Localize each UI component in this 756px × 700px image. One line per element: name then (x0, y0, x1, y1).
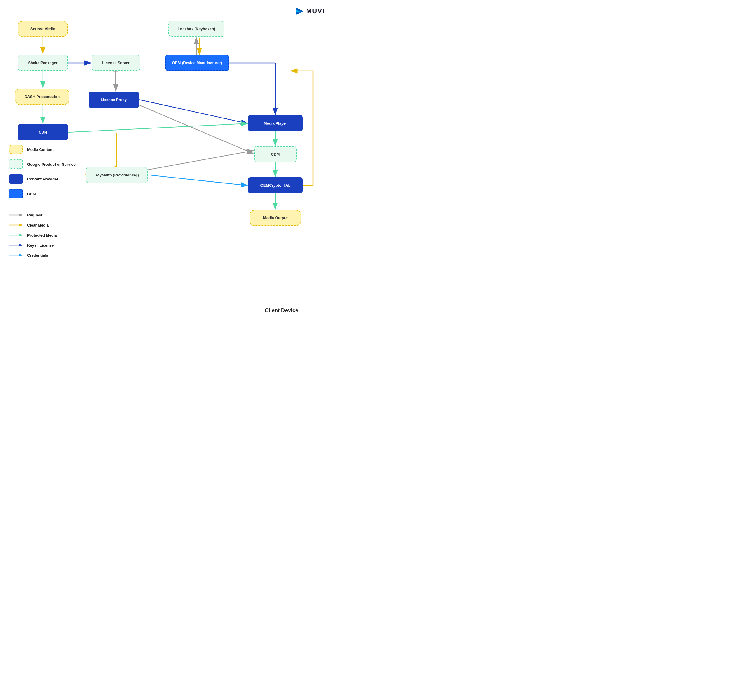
arrow-line-gray (9, 212, 23, 217)
client-device-label: Client Device (265, 308, 298, 314)
svg-marker-36 (19, 234, 23, 236)
arrow-legend-request: Request (9, 212, 92, 217)
svg-line-25 (148, 151, 253, 170)
legend-item-content-provider: Content Provider (9, 174, 92, 184)
svg-marker-40 (19, 254, 23, 256)
legend-label-google-product: Google Product or Service (27, 162, 76, 167)
arrow-label-request: Request (27, 213, 42, 217)
arrow-line-blue (9, 253, 23, 258)
legend-icon-yellow (9, 145, 23, 154)
svg-line-18 (139, 105, 253, 153)
legend-item-google-product: Google Product or Service (9, 159, 92, 169)
keysmith-node: Keysmith (Provisioning) (86, 167, 148, 183)
license-server-node: License Server (92, 55, 140, 71)
legend-item-media-content: Media Content (9, 145, 92, 154)
cdn-node: CDN (18, 124, 68, 140)
legend-icon-oem (9, 189, 23, 198)
legend-label-oem: OEM (27, 192, 36, 196)
logo-text: MUVI (306, 7, 325, 15)
legend-icon-darkblue (9, 174, 23, 184)
dash-presentation-node: DASH Presentation (15, 89, 69, 105)
media-player-node: Media Player (248, 115, 303, 131)
legend-label-content-provider: Content Provider (27, 177, 58, 181)
arrow-legend-keys-license: Keys / License (9, 243, 92, 247)
muvi-logo-icon (295, 6, 305, 16)
source-media-node: Source Media (18, 21, 68, 37)
oemcrypto-hal-node: OEMCrypto HAL (248, 177, 303, 194)
arrow-line-yellow (9, 223, 23, 227)
svg-marker-32 (19, 214, 23, 216)
svg-marker-34 (19, 224, 23, 226)
legend-label-media-content: Media Content (27, 147, 54, 152)
media-output-node: Media Output (250, 210, 301, 226)
legend-icon-mint (9, 159, 23, 169)
license-proxy-node: License Proxy (89, 92, 139, 108)
arrow-legend-credentials: Credentials (9, 253, 92, 258)
shaka-packager-node: Shaka Packager (18, 55, 68, 71)
svg-line-17 (68, 123, 247, 132)
arrow-label-protected-media: Protected Media (27, 233, 57, 238)
arrow-legend-clear-media: Clear Media (9, 223, 92, 227)
svg-line-14 (139, 100, 247, 123)
legend: Media Content Google Product or Service … (9, 145, 92, 204)
lockbox-node: Lockbox (Keyboxes) (168, 21, 225, 37)
arrow-label-keys-license: Keys / License (27, 243, 54, 247)
legend-item-oem: OEM (9, 189, 92, 198)
svg-marker-38 (19, 244, 23, 246)
arrow-legend: Request Clear Media Protected Media Keys… (9, 212, 92, 263)
logo: MUVI (295, 6, 325, 16)
arrow-legend-protected-media: Protected Media (9, 233, 92, 238)
arrow-label-clear-media: Clear Media (27, 223, 49, 227)
arrow-line-darkblue (9, 243, 23, 247)
arrow-label-credentials: Credentials (27, 253, 48, 258)
svg-line-24 (148, 175, 247, 186)
arrow-line-mint (9, 233, 23, 238)
oem-device-node: OEM (Device Manufacturer) (166, 55, 229, 71)
cdm-node: CDM (254, 146, 297, 162)
